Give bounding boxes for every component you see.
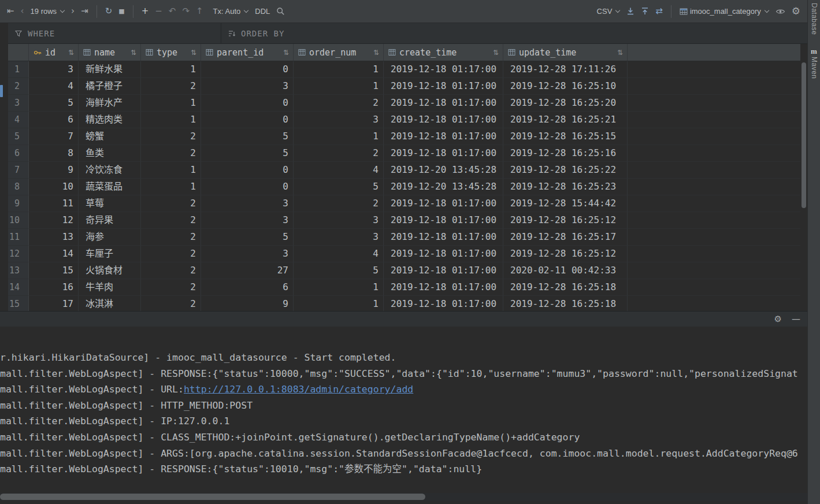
cell-create-time[interactable]: 2019-12-18 01:17:00	[384, 61, 503, 78]
vertical-scrollbar[interactable]	[800, 44, 807, 311]
page-size-dropdown[interactable]: 19 rows	[31, 7, 65, 16]
cell-type[interactable]: 2	[141, 128, 201, 145]
table-row[interactable]: 1214车厘子2342019-12-18 01:17:002019-12-28 …	[8, 246, 800, 262]
undo-button[interactable]: ↶	[169, 7, 176, 16]
table-selector-dropdown[interactable]: imooc_mall_category	[680, 7, 769, 16]
add-row-button[interactable]: +	[142, 7, 149, 16]
cell-id[interactable]: 3	[29, 61, 79, 78]
console-output[interactable]: r.hikari.HikariDataSource] - imooc_mall_…	[0, 326, 807, 504]
sort-toggle-icon[interactable]: ⇅	[493, 49, 499, 57]
cell-id[interactable]: 4	[29, 78, 79, 95]
table-row[interactable]: 1113海参2532019-12-18 01:17:002019-12-28 1…	[8, 229, 800, 246]
table-row[interactable]: 57螃蟹2512019-12-18 01:17:002019-12-28 16:…	[8, 128, 800, 145]
cell-type[interactable]: 2	[141, 296, 201, 311]
where-filter-input[interactable]: WHERE	[8, 23, 221, 43]
cell-type[interactable]: 2	[141, 78, 201, 95]
cell-id[interactable]: 12	[29, 212, 79, 229]
cell-id[interactable]: 13	[29, 229, 79, 246]
column-header-create-time[interactable]: create_time ⇅	[384, 44, 503, 61]
cell-create-time[interactable]: 2019-12-18 01:17:00	[384, 229, 503, 246]
console-settings-gear-icon[interactable]: ⚙	[774, 313, 782, 325]
column-header-parent-id[interactable]: parent_id ⇅	[201, 44, 294, 61]
cell-name[interactable]: 鱼类	[79, 145, 141, 162]
redo-button[interactable]: ↷	[182, 7, 190, 16]
cell-type[interactable]: 1	[141, 61, 201, 78]
cell-create-time[interactable]: 2019-12-18 01:17:00	[384, 145, 503, 162]
cell-update-time[interactable]: 2019-12-28 16:25:21	[503, 112, 628, 128]
view-options-button[interactable]	[776, 8, 785, 15]
cell-id[interactable]: 6	[29, 112, 79, 128]
cell-update-time[interactable]: 2019-12-28 16:25:12	[503, 212, 628, 229]
table-row[interactable]: 24橘子橙子2312019-12-18 01:17:002019-12-28 1…	[8, 78, 800, 95]
cell-order-num[interactable]: 1	[294, 279, 384, 296]
cell-order-num[interactable]: 4	[294, 162, 384, 179]
sort-toggle-icon[interactable]: ⇅	[373, 49, 379, 57]
cell-type[interactable]: 2	[141, 145, 201, 162]
cell-id[interactable]: 10	[29, 179, 79, 195]
cell-update-time[interactable]: 2019-12-28 16:25:17	[503, 229, 628, 246]
cell-id[interactable]: 8	[29, 145, 79, 162]
previous-row-button[interactable]: ‹	[21, 7, 24, 16]
table-row[interactable]: 911草莓2322019-12-18 01:17:002019-12-28 15…	[8, 195, 800, 212]
find-button[interactable]	[276, 7, 285, 16]
cell-create-time[interactable]: 2019-12-18 01:17:00	[384, 95, 503, 112]
cell-type[interactable]: 2	[141, 246, 201, 262]
cell-order-num[interactable]: 3	[294, 212, 384, 229]
cell-type[interactable]: 2	[141, 262, 201, 279]
horizontal-scrollbar[interactable]	[0, 493, 807, 501]
import-data-button[interactable]	[641, 7, 649, 16]
cell-update-time[interactable]: 2019-12-28 16:25:18	[503, 279, 628, 296]
cell-name[interactable]: 车厘子	[79, 246, 141, 262]
cell-id[interactable]: 16	[29, 279, 79, 296]
tab-maven[interactable]: m Maven	[808, 47, 820, 79]
table-row[interactable]: 46精选肉类1032019-12-18 01:17:002019-12-28 1…	[8, 112, 800, 128]
order-by-input[interactable]: ORDER BY	[221, 23, 807, 43]
cell-order-num[interactable]: 1	[294, 296, 384, 311]
cell-create-time[interactable]: 2019-12-18 01:17:00	[384, 246, 503, 262]
cell-parent-id[interactable]: 5	[201, 128, 294, 145]
cell-update-time[interactable]: 2019-12-28 16:25:10	[503, 78, 628, 95]
column-header-type[interactable]: type ⇅	[141, 44, 201, 61]
cell-parent-id[interactable]: 27	[201, 262, 294, 279]
export-format-dropdown[interactable]: CSV	[597, 7, 621, 16]
cell-id[interactable]: 15	[29, 262, 79, 279]
console-link[interactable]: http://127.0.0.1:8083/admin/category/add	[184, 384, 413, 395]
cell-update-time[interactable]: 2019-12-28 16:25:16	[503, 145, 628, 162]
cell-parent-id[interactable]: 0	[201, 162, 294, 179]
next-row-button[interactable]: ›	[71, 7, 75, 16]
sort-toggle-icon[interactable]: ⇅	[283, 49, 289, 57]
cell-type[interactable]: 2	[141, 212, 201, 229]
table-row[interactable]: 13新鲜水果1012019-12-18 01:17:002019-12-28 1…	[8, 61, 800, 78]
table-row[interactable]: 1012奇异果2332019-12-18 01:17:002019-12-28 …	[8, 212, 800, 229]
cell-create-time[interactable]: 2019-12-18 01:17:00	[384, 279, 503, 296]
settings-button[interactable]: ⚙	[792, 6, 800, 16]
submit-button[interactable]: ↑	[196, 7, 203, 16]
cell-parent-id[interactable]: 3	[201, 195, 294, 212]
cell-name[interactable]: 牛羊肉	[79, 279, 141, 296]
cell-create-time[interactable]: 2019-12-18 01:17:00	[384, 78, 503, 95]
cell-order-num[interactable]: 3	[294, 112, 384, 128]
cell-name[interactable]: 草莓	[79, 195, 141, 212]
cell-parent-id[interactable]: 0	[201, 61, 294, 78]
cell-id[interactable]: 11	[29, 195, 79, 212]
cell-order-num[interactable]: 2	[294, 95, 384, 112]
cell-update-time[interactable]: 2020-02-11 00:42:33	[503, 262, 628, 279]
cell-order-num[interactable]: 2	[294, 195, 384, 212]
horizontal-scrollbar-thumb[interactable]	[0, 494, 425, 500]
cell-name[interactable]: 橘子橙子	[79, 78, 141, 95]
cell-order-num[interactable]: 4	[294, 246, 384, 262]
cell-order-num[interactable]: 1	[294, 128, 384, 145]
table-row[interactable]: 1416牛羊肉2612019-12-18 01:17:002019-12-28 …	[8, 279, 800, 296]
last-row-button[interactable]: ⇥	[81, 7, 88, 16]
cell-create-time[interactable]: 2019-12-20 13:45:28	[384, 179, 503, 195]
table-row[interactable]: 1517冰淇淋2912019-12-18 01:17:002019-12-28 …	[8, 296, 800, 311]
cell-type[interactable]: 2	[141, 279, 201, 296]
cell-name[interactable]: 精选肉类	[79, 112, 141, 128]
cell-parent-id[interactable]: 3	[201, 246, 294, 262]
vertical-scrollbar-thumb[interactable]	[802, 62, 806, 208]
table-row[interactable]: 1315火锅食材22752019-12-18 01:17:002020-02-1…	[8, 262, 800, 279]
ddl-button[interactable]: DDL	[255, 7, 270, 16]
column-header-update-time[interactable]: update_time ⇅	[503, 44, 628, 61]
first-row-button[interactable]: ⇤	[7, 7, 14, 16]
cell-order-num[interactable]: 3	[294, 229, 384, 246]
